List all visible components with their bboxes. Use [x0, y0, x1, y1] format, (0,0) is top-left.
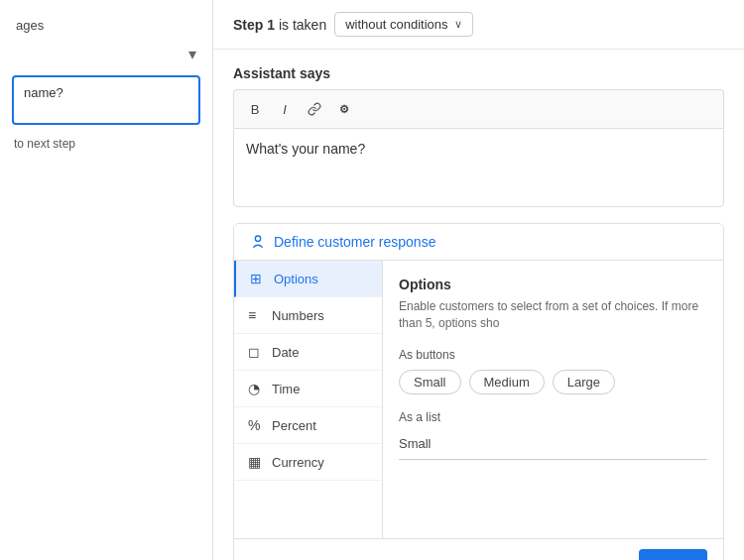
define-response-body: ⊞Options≡Numbers◻Date◔Time%Percent▦Curre…: [234, 261, 723, 538]
options-icon: ⊞: [250, 271, 266, 286]
editor-body-text: What's your name?: [246, 141, 365, 157]
button-options-group: SmallMediumLarge: [399, 370, 707, 394]
options-panel-desc: Enable customers to select from a set of…: [399, 298, 707, 332]
define-response-header[interactable]: Define customer response: [234, 224, 723, 261]
content-area: Assistant says B I ⚙ What's your name?: [213, 50, 744, 560]
option-chip-medium[interactable]: Medium: [469, 370, 545, 394]
percent-icon: %: [248, 417, 264, 433]
response-type-list: ⊞Options≡Numbers◻Date◔Time%Percent▦Curre…: [234, 261, 383, 538]
define-response-label: Define customer response: [274, 234, 435, 250]
sidebar-subtext: to next step: [0, 133, 212, 155]
variable-button[interactable]: ⚙: [331, 96, 357, 122]
define-response-section: Define customer response ⊞Options≡Number…: [233, 223, 724, 560]
link-button[interactable]: [302, 96, 327, 122]
currency-icon: ▦: [248, 454, 264, 470]
response-panel: Options Enable customers to select from …: [383, 261, 723, 538]
option-chip-small[interactable]: Small: [399, 370, 461, 394]
step-label: Step 1 is taken: [233, 17, 326, 33]
step-text: Step: [233, 17, 263, 33]
response-type-percent[interactable]: %Percent: [234, 407, 382, 444]
editor-toolbar: B I ⚙: [233, 89, 724, 128]
list-option: Small: [399, 432, 707, 460]
main-content: Step 1 is taken without conditions ∨ Ass…: [213, 0, 744, 560]
sidebar-chevron-container[interactable]: ▾: [0, 41, 212, 67]
response-type-options[interactable]: ⊞Options: [234, 261, 382, 297]
sidebar-nav-ages[interactable]: ages: [0, 10, 212, 41]
date-icon: ◻: [248, 344, 264, 360]
step-header: Step 1 is taken without conditions ∨: [213, 0, 744, 50]
italic-button[interactable]: I: [272, 96, 298, 122]
as-list-label: As a list: [399, 410, 707, 424]
sidebar-text-box-content: name?: [24, 85, 63, 100]
currency-label: Currency: [272, 455, 324, 470]
response-type-date[interactable]: ◻Date: [234, 334, 382, 371]
conditions-dropdown-label: without conditions: [345, 17, 447, 32]
step-is-taken: is taken: [279, 17, 326, 33]
sidebar-nav-ages-label: ages: [16, 18, 44, 33]
select-btn-container: Selec: [234, 538, 723, 560]
numbers-label: Numbers: [272, 308, 324, 323]
response-type-numbers[interactable]: ≡Numbers: [234, 297, 382, 334]
list-item-small: Small: [399, 432, 707, 455]
options-panel-title: Options: [399, 277, 707, 292]
sidebar-text-box[interactable]: name?: [12, 75, 200, 125]
date-label: Date: [272, 345, 299, 360]
time-icon: ◔: [248, 381, 264, 396]
response-type-currency[interactable]: ▦Currency: [234, 444, 382, 481]
sidebar: ages ▾ name? to next step: [0, 0, 213, 560]
conditions-dropdown[interactable]: without conditions ∨: [334, 12, 472, 37]
bold-button[interactable]: B: [242, 96, 268, 122]
svg-point-0: [255, 236, 260, 241]
percent-label: Percent: [272, 418, 316, 433]
person-icon: [250, 234, 266, 250]
select-button[interactable]: Selec: [639, 549, 707, 560]
assistant-says-label: Assistant says: [233, 65, 724, 81]
option-chip-large[interactable]: Large: [553, 370, 615, 394]
options-label: Options: [274, 272, 318, 286]
step-number: 1: [267, 17, 275, 33]
sidebar-chevron-icon: ▾: [188, 45, 196, 63]
numbers-icon: ≡: [248, 307, 264, 323]
as-buttons-label: As buttons: [399, 348, 707, 362]
response-type-time[interactable]: ◔Time: [234, 371, 382, 407]
chevron-down-icon: ∨: [454, 18, 462, 31]
editor-body[interactable]: What's your name?: [233, 128, 724, 207]
time-label: Time: [272, 382, 300, 396]
